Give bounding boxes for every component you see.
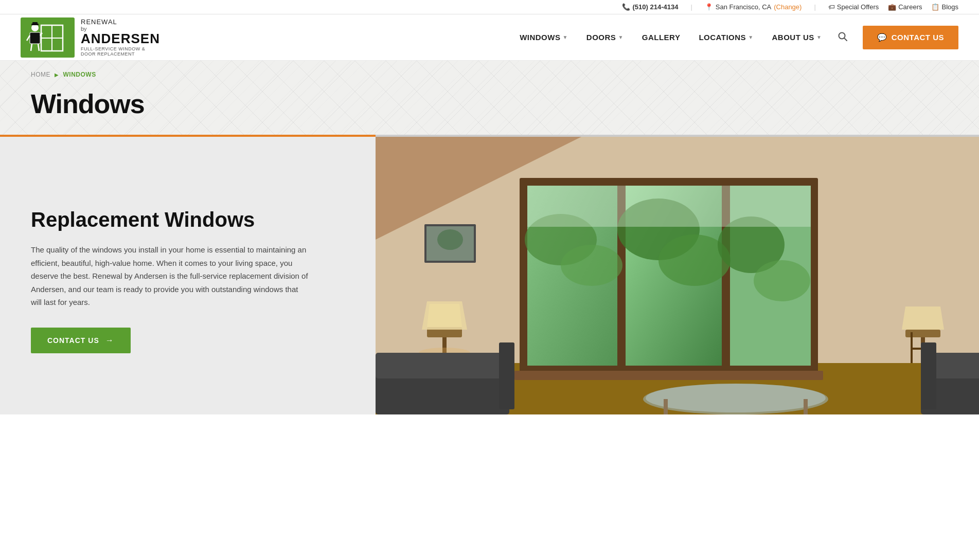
main-header: RENEWAL by ANDERSEN FULL-SERVICE WINDOW …	[0, 14, 979, 61]
svg-point-55	[437, 229, 463, 250]
svg-point-3	[31, 24, 39, 31]
page-header-area: HOME ▶ WINDOWS Windows	[0, 61, 979, 135]
phone-number: (510) 214-4134	[633, 3, 679, 11]
svg-rect-32	[527, 186, 811, 227]
blogs-label: Blogs	[941, 3, 958, 11]
nav-item-gallery[interactable]: GALLERY	[633, 28, 690, 47]
content-left: Replacement Windows The quality of the w…	[0, 137, 376, 414]
special-offers-link[interactable]: 🏷 Special Offers	[828, 3, 879, 11]
content-right-image	[376, 137, 979, 414]
svg-line-5	[27, 35, 30, 41]
nav-item-doors[interactable]: DOORS ▼	[577, 28, 633, 47]
svg-rect-51	[664, 399, 668, 414]
room-scene-svg	[376, 137, 979, 414]
breadcrumb-current: WINDOWS	[63, 71, 96, 78]
logo-andersen: ANDERSEN	[81, 32, 160, 45]
location: 📍 San Francisco, CA (Change)	[705, 3, 802, 11]
map-pin-icon: 📍	[705, 3, 713, 11]
divider-2: |	[814, 3, 815, 11]
nav-item-locations[interactable]: LOCATIONS ▼	[689, 28, 762, 47]
main-nav: WINDOWS ▼ DOORS ▼ GALLERY LOCATIONS ▼ AB…	[510, 26, 958, 49]
svg-rect-45	[499, 342, 514, 409]
content-section: Replacement Windows The quality of the w…	[0, 137, 979, 414]
change-location-link[interactable]: (Change)	[774, 3, 802, 11]
svg-rect-25	[514, 371, 823, 380]
careers-link[interactable]: 💼 Careers	[888, 3, 922, 11]
svg-line-12	[844, 38, 847, 41]
svg-line-8	[38, 44, 39, 51]
contact-us-btn-label: CONTACT US	[47, 336, 99, 345]
logo-green-box	[21, 17, 75, 58]
svg-rect-10	[32, 22, 38, 25]
chevron-down-icon: ▼	[618, 34, 623, 40]
svg-rect-41	[911, 332, 913, 363]
nav-item-windows[interactable]: WINDOWS ▼	[510, 28, 577, 47]
top-bar-links: 🏷 Special Offers 💼 Careers 📋 Blogs	[828, 3, 958, 11]
phone-link[interactable]: 📞 (510) 214-4134	[622, 3, 679, 11]
svg-line-7	[31, 44, 32, 51]
divider-1: |	[690, 3, 692, 11]
blogs-link[interactable]: 📋 Blogs	[931, 3, 958, 11]
svg-point-50	[646, 384, 826, 412]
briefcase-icon: 💼	[888, 3, 896, 11]
chevron-down-icon: ▼	[562, 34, 567, 40]
breadcrumb: HOME ▶ WINDOWS	[31, 71, 948, 78]
logo-text: RENEWAL by ANDERSEN FULL-SERVICE WINDOW …	[81, 18, 160, 57]
header-contact-us-button[interactable]: 💬 CONTACT US	[863, 26, 958, 49]
content-contact-us-button[interactable]: CONTACT US →	[31, 328, 131, 353]
svg-rect-4	[30, 32, 40, 44]
svg-rect-43	[376, 373, 509, 414]
breadcrumb-home[interactable]: HOME	[31, 71, 50, 78]
svg-point-27	[561, 245, 622, 286]
careers-label: Careers	[898, 3, 922, 11]
nav-item-about-us[interactable]: ABOUT US ▼	[763, 28, 831, 47]
svg-rect-48	[921, 342, 936, 409]
tag-icon: 🏷	[828, 3, 835, 11]
location-text: San Francisco, CA	[716, 3, 771, 11]
svg-line-6	[40, 33, 42, 35]
logo-tagline: FULL-SERVICE WINDOW & DOOR REPLACEMENT	[81, 46, 160, 57]
breadcrumb-arrow: ▶	[55, 72, 59, 78]
search-icon[interactable]	[831, 27, 855, 48]
phone-icon: 📞	[622, 3, 630, 11]
arrow-right-icon: →	[105, 336, 114, 345]
svg-rect-44	[376, 353, 509, 378]
svg-point-31	[754, 260, 810, 301]
blog-icon: 📋	[931, 3, 939, 11]
svg-marker-40	[902, 306, 944, 330]
contact-us-label: CONTACT US	[892, 33, 944, 42]
section-text: The quality of the windows you install i…	[31, 243, 309, 309]
chevron-down-icon: ▼	[748, 34, 753, 40]
logo-area[interactable]: RENEWAL by ANDERSEN FULL-SERVICE WINDOW …	[21, 17, 154, 58]
page-title: Windows	[31, 88, 948, 119]
svg-rect-52	[804, 399, 808, 414]
chevron-down-icon: ▼	[816, 34, 822, 40]
special-offers-label: Special Offers	[837, 3, 879, 11]
section-title: Replacement Windows	[31, 208, 345, 231]
top-bar: 📞 (510) 214-4134 | 📍 San Francisco, CA (…	[0, 0, 979, 14]
logo-figure-icon	[26, 20, 69, 55]
logo-renewal: RENEWAL	[81, 18, 160, 26]
svg-marker-36	[427, 304, 462, 327]
logo[interactable]: RENEWAL by ANDERSEN FULL-SERVICE WINDOW …	[21, 17, 154, 58]
chat-icon: 💬	[877, 33, 887, 42]
